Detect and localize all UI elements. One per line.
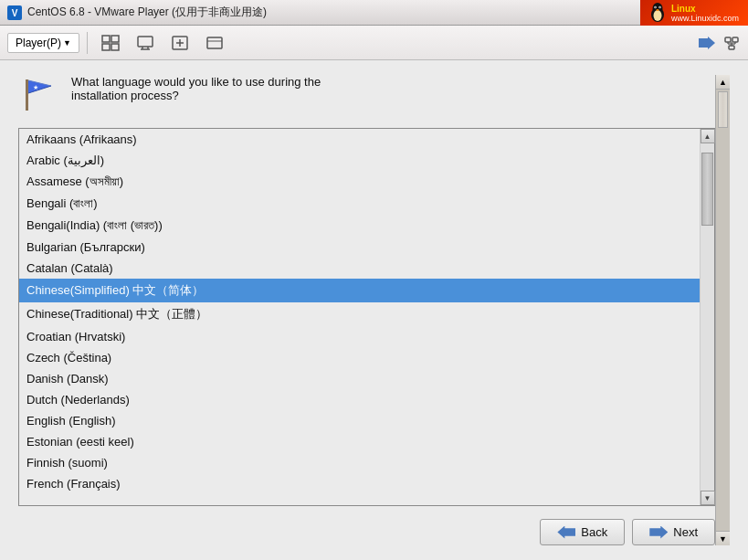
scroll-down-btn[interactable]: ▼ xyxy=(701,491,715,505)
window-scrollbar[interactable]: ▲ ▼ xyxy=(715,75,730,545)
svg-rect-25 xyxy=(732,37,738,42)
toolbar-btn-4[interactable] xyxy=(199,30,230,56)
player-menu[interactable]: Player(P) ▼ xyxy=(7,33,79,53)
svg-point-7 xyxy=(655,6,656,7)
svg-rect-21 xyxy=(207,37,222,48)
monitor-icon xyxy=(136,35,154,51)
language-item-11[interactable]: Danish (Dansk) xyxy=(19,368,700,389)
logo-area: Linux www.Linuxidc.com xyxy=(640,0,748,26)
toolbar-right xyxy=(699,35,741,51)
next-arrow-icon xyxy=(649,526,668,539)
question-line2: installation process? xyxy=(71,89,321,102)
app-icon: V xyxy=(7,5,22,20)
content-column: ★ What language would you like to use du… xyxy=(18,75,715,545)
header-section: ★ What language would you like to use du… xyxy=(18,75,715,115)
list-wrapper: Afrikaans (Afrikaans)Arabic (العربية)Ass… xyxy=(18,128,715,506)
back-button[interactable]: Back xyxy=(540,519,625,545)
toolbar-right-icons xyxy=(699,35,741,51)
expand-icon xyxy=(171,35,189,51)
header-text: What language would you like to use duri… xyxy=(71,75,321,102)
network-icon xyxy=(722,35,741,51)
title-bar: V CentOS 6.8 - VMware Player (仅用于非商业用途) … xyxy=(0,0,748,26)
toolbar-btn-3[interactable] xyxy=(164,30,195,56)
language-item-12[interactable]: Dutch (Nederlands) xyxy=(19,389,700,410)
back-arrow-icon xyxy=(557,526,575,539)
language-item-8[interactable]: Chinese(Traditional) 中文（正體） xyxy=(19,302,700,326)
question-line1: What language would you like to use duri… xyxy=(71,75,321,89)
scrollbar-track-inner xyxy=(701,143,714,491)
svg-point-8 xyxy=(659,6,660,7)
language-flag-icon: ★ xyxy=(18,75,58,115)
svg-text:V: V xyxy=(12,8,18,18)
settings-icon xyxy=(205,35,224,51)
language-item-3[interactable]: Bengali (বাংলা) xyxy=(19,193,700,215)
svg-text:★: ★ xyxy=(33,84,38,90)
window-scroll-thumb[interactable] xyxy=(718,91,728,128)
grid-icon xyxy=(101,35,120,51)
next-label: Next xyxy=(673,525,698,539)
flag-svg: ★ xyxy=(18,75,58,115)
language-item-0[interactable]: Afrikaans (Afrikaans) xyxy=(19,129,700,150)
svg-rect-11 xyxy=(111,36,119,42)
title-bar-text: CentOS 6.8 - VMware Player (仅用于非商业用途) xyxy=(27,5,741,20)
back-label: Back xyxy=(581,525,607,539)
language-item-5[interactable]: Bulgarian (Български) xyxy=(19,237,700,258)
language-item-2[interactable]: Assamese (অসমীয়া) xyxy=(19,171,700,193)
svg-rect-13 xyxy=(111,44,119,50)
scroll-up-btn[interactable]: ▲ xyxy=(701,129,715,143)
language-item-4[interactable]: Bengali(India) (বাংলা (ভারত)) xyxy=(19,215,700,237)
bottom-bar: Back Next xyxy=(18,519,715,545)
svg-marker-23 xyxy=(699,37,715,49)
toolbar-btn-1[interactable] xyxy=(95,30,126,56)
language-list[interactable]: Afrikaans (Afrikaans)Arabic (العربية)Ass… xyxy=(19,129,700,505)
tux-icon xyxy=(649,3,666,23)
language-item-10[interactable]: Czech (Čeština) xyxy=(19,347,700,368)
language-item-16[interactable]: French (Français) xyxy=(19,473,700,494)
language-item-13[interactable]: English (English) xyxy=(19,410,700,431)
svg-rect-14 xyxy=(138,37,153,47)
toolbar-divider xyxy=(87,32,88,54)
main-window: V CentOS 6.8 - VMware Player (仅用于非商业用途) … xyxy=(0,0,748,560)
arrow-right-icon xyxy=(699,37,715,49)
svg-point-4 xyxy=(653,10,661,21)
player-label: Player(P) xyxy=(16,37,61,49)
language-item-14[interactable]: Estonian (eesti keel) xyxy=(19,431,700,452)
next-button[interactable]: Next xyxy=(632,519,715,545)
language-item-6[interactable]: Catalan (Català) xyxy=(19,258,700,279)
language-item-9[interactable]: Croatian (Hrvatski) xyxy=(19,326,700,347)
language-item-15[interactable]: Finnish (suomi) xyxy=(19,452,700,473)
window-scroll-track xyxy=(716,90,730,531)
svg-rect-10 xyxy=(102,36,110,42)
list-scrollbar[interactable]: ▲ ▼ xyxy=(700,129,714,505)
window-scroll-up[interactable]: ▲ xyxy=(716,75,730,90)
toolbar: Player(P) ▼ xyxy=(0,26,748,60)
language-item-1[interactable]: Arabic (العربية) xyxy=(19,150,700,171)
svg-rect-26 xyxy=(729,46,734,49)
svg-rect-12 xyxy=(102,44,110,50)
svg-rect-24 xyxy=(725,37,731,42)
logo-text: www.Linuxidc.com xyxy=(671,14,739,23)
toolbar-btn-2[interactable] xyxy=(130,30,161,56)
main-content: ★ What language would you like to use du… xyxy=(0,60,748,560)
svg-rect-31 xyxy=(26,79,28,111)
scrollbar-thumb[interactable] xyxy=(701,153,713,226)
svg-point-9 xyxy=(656,9,658,11)
window-scroll-down[interactable]: ▼ xyxy=(716,531,730,545)
language-item-7[interactable]: Chinese(Simplified) 中文（简体） xyxy=(19,279,700,302)
dropdown-arrow-icon: ▼ xyxy=(63,38,71,48)
